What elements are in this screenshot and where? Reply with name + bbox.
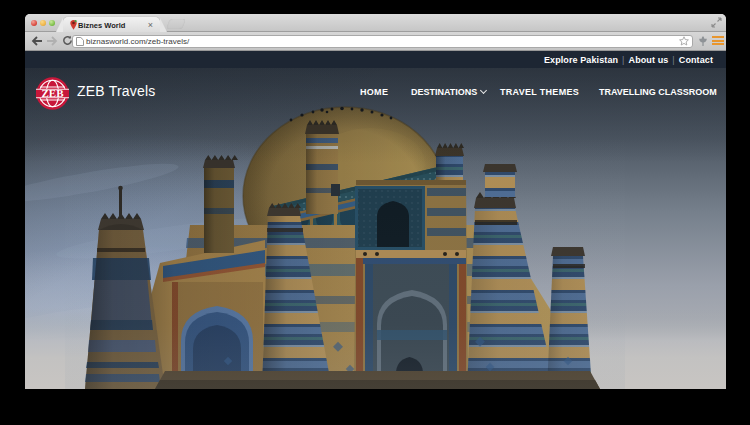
svg-text:ZEB: ZEB [41, 87, 64, 99]
